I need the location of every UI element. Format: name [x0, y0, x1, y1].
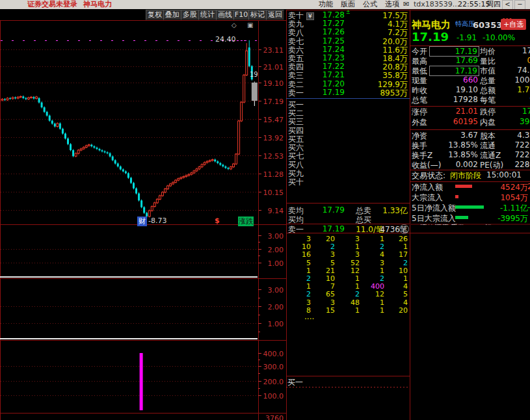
low-price-marker: -8.73 [148, 217, 166, 225]
order-book-row[interactable]: 买三 [286, 116, 410, 125]
order-book-row[interactable]: 买九 [286, 168, 410, 177]
order-book-row[interactable]: 卖六17.2411.6万 [286, 45, 410, 53]
subpanel-axis-tick: 2.00 [258, 303, 284, 311]
menu-item-版面[interactable]: 版面 [337, 0, 359, 9]
toolbar-button-复权[interactable]: 复权 [146, 10, 164, 20]
tdx-app-window: 证券交易未登录 神马电力 功能版面公式选项 ✉ tdx183539... 22:… [0, 0, 530, 420]
price-axis-tick: 19.10 [258, 79, 284, 88]
tick-cell: 1 [337, 306, 360, 315]
toolbar-button-画线[interactable]: 画线 [216, 10, 234, 20]
add-to-watchlist-button[interactable]: +自选 [501, 19, 526, 30]
subpanel-axis-tick: 1.00 [258, 320, 284, 328]
toolbar-button-统计[interactable]: 统计 [198, 10, 217, 20]
fund-flow-extra: 2 [527, 182, 530, 191]
tick-cell: 1 [362, 235, 384, 243]
tick-cell: 2 [362, 274, 384, 283]
price-axis-tick: 23.11 [258, 46, 284, 55]
quote-value: 60195 [429, 117, 478, 126]
tick-cell: 1 [362, 306, 384, 315]
tick-filter-bar[interactable]: ◎ 逐笔还原 手数>=0 额>=500000 ▼ [410, 224, 530, 225]
tick-cell: 52 [337, 259, 360, 267]
order-book-row[interactable]: 卖八17.267.2万 [286, 27, 410, 36]
account-id[interactable]: tdx183539... [414, 0, 459, 9]
fund-flow-label: 大宗流入 [412, 192, 443, 203]
toolbar-button-叠加[interactable]: 叠加 [163, 10, 181, 20]
window-mode-icon[interactable]: ▣ [247, 21, 253, 29]
toolbar-button-F10[interactable]: F10 [233, 10, 249, 20]
order-book-price: 17.23 [312, 53, 345, 62]
quote-value: 3.67 [429, 131, 478, 140]
subpanel-axis-tick: 3.00 [258, 232, 284, 241]
tick-cell: 21 [312, 267, 335, 275]
quote-value: 2280 [489, 160, 530, 169]
order-book-row[interactable]: 卖二17.20129.9万 [286, 79, 410, 88]
quote-label: 总笔 [412, 95, 427, 106]
zhangdie-indicator-tab[interactable]: 涨跌 [238, 217, 254, 226]
tick-cell: 4 [386, 282, 408, 291]
menu-item-功能[interactable]: 功能 [315, 0, 337, 9]
menu-item-选项[interactable]: 选项 [381, 0, 403, 9]
tick-cell: 20 [312, 235, 335, 243]
filter-collapse-icon[interactable]: ◎ [411, 224, 417, 225]
tick-cell: 1 [337, 282, 360, 291]
tick-header-row[interactable]: 卖一 17.19 11.0/笔 4736笔 [286, 224, 410, 233]
fund-flow-value: -3995万 [475, 213, 528, 224]
order-book-row[interactable]: 卖十¥17.28±17.5万 [286, 10, 410, 19]
trade-status-time: 15:00:01 [486, 170, 522, 179]
clock-time: 22:55:15 [458, 0, 490, 9]
order-book-price: 17.28 [312, 10, 345, 20]
quote-value: 7226 [489, 140, 530, 150]
order-book-row[interactable]: 卖三17.2135.8万 [286, 70, 410, 79]
toolbar-button-标记[interactable]: 标记 [248, 10, 267, 20]
order-book-row[interactable]: 买六 [286, 142, 410, 151]
order-book-row[interactable]: 买八 [286, 159, 410, 168]
high-price-marker: 24.40 [215, 35, 236, 44]
tick-cell: 65 [312, 290, 335, 298]
order-book-row[interactable]: 买二 [286, 108, 410, 116]
order-book-row[interactable]: 卖七17.2520.0万 [286, 36, 410, 45]
toolbar-button-返回[interactable]: 返回 [266, 10, 284, 20]
mail-icon[interactable]: ✉ [403, 0, 409, 9]
tick-cell: 12 [337, 267, 360, 275]
order-book-row[interactable]: 买七 [286, 151, 410, 159]
collapse-panel-icon[interactable]: ⌄ [399, 224, 409, 234]
toolbar-button-多股[interactable]: 多股 [181, 10, 199, 20]
diamond-icon[interactable]: ◇ [232, 21, 237, 29]
fund-flow-row: 5日大宗流入-3995万 [410, 213, 530, 224]
quote-value: 13.85% [429, 140, 478, 150]
fund-flow-value: 4524万 [475, 182, 528, 193]
trade-status-row: 交易状态: 闭市阶段 15:00:01 [410, 170, 530, 181]
fund-flow-label: 5日大宗流入 [412, 213, 456, 224]
order-book-volume: 8953万 [351, 88, 408, 99]
quote-grid-row: 最高17.69量比0. [410, 56, 530, 66]
order-book-row[interactable]: 卖四17.2220.8万 [286, 62, 410, 70]
tick-cell: 20 [386, 306, 408, 315]
order-book-row[interactable]: 买一 [286, 99, 410, 108]
title-stock-name: 神马电力 [83, 0, 112, 9]
tick-grid-row: 1714004 [286, 282, 410, 290]
price-axis-tick: 21.01 [258, 63, 284, 72]
quote-grid-row: 涨停21.01跌停17. [410, 107, 530, 116]
collapse-titlebar-button[interactable]: < [502, 0, 513, 10]
quote-value: 17.19 [429, 46, 479, 57]
quote-change: -1.91 [457, 33, 477, 42]
bottom-partial-axis-tick: 3760 [259, 414, 284, 420]
current-candle-label: 19 [250, 71, 258, 78]
quote-value: 17.19 [429, 66, 479, 76]
indicator-badge-cai[interactable]: 财 [137, 217, 147, 226]
subpanel-axis-tick: 1.00 [258, 259, 284, 268]
menu-item-公式[interactable]: 公式 [359, 0, 381, 9]
filter-arrow-icon[interactable]: ▼ [525, 224, 530, 225]
order-book-row[interactable]: 买四 [286, 125, 410, 134]
order-book-row[interactable]: 买五 [286, 134, 410, 142]
dollar-indicator-icon[interactable]: $ [215, 217, 220, 225]
order-book-row[interactable]: 卖一17.198953万 [286, 88, 410, 96]
fund-flow-row: 5日净流入额-1.11亿- [410, 203, 530, 213]
quote-value: 0.002 [429, 160, 478, 169]
order-book-row[interactable]: 买十 [286, 177, 410, 185]
order-book-row[interactable]: 卖五17.2318.4万 [286, 53, 410, 62]
price-axis-tick: 9.14 [258, 207, 284, 215]
order-book-row[interactable]: 卖九17.274.1万 [286, 19, 410, 27]
minimize-button[interactable]: − [514, 0, 525, 10]
order-book-level-label: 买十 [288, 177, 304, 188]
